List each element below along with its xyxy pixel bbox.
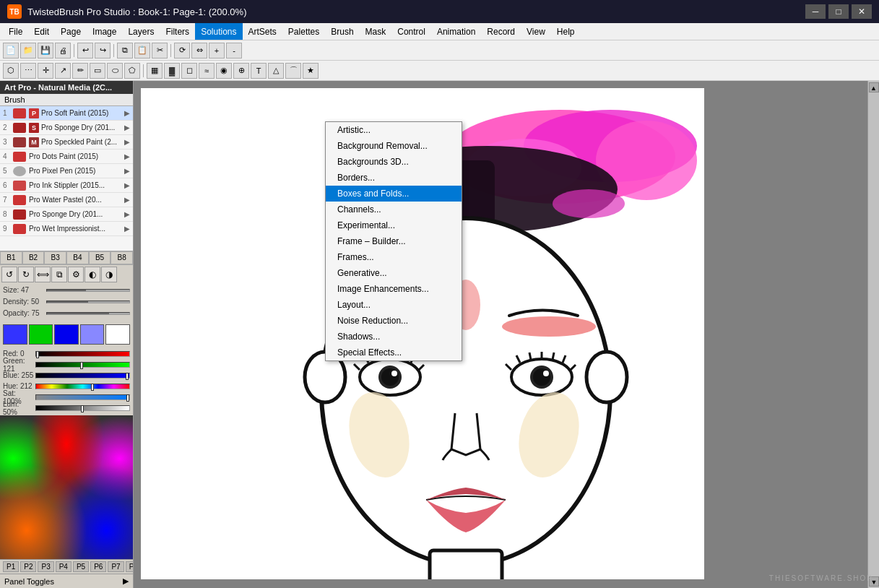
- b1-btn[interactable]: B1: [0, 251, 22, 264]
- maximize-button[interactable]: □: [828, 4, 849, 19]
- dropdown-borders[interactable]: Borders...: [326, 170, 462, 186]
- canvas-area[interactable]: ▲ ▼ Artistic... Background Removal... Ba…: [134, 81, 879, 588]
- menu-file[interactable]: File: [3, 23, 28, 40]
- dropdown-layout[interactable]: Layout...: [326, 297, 462, 313]
- page-tab-p8[interactable]: P8: [126, 561, 134, 572]
- brush-item-3[interactable]: 3 M Pro Speckled Paint (2... ▶: [0, 135, 133, 150]
- dropdown-noise-reduction[interactable]: Noise Reduction...: [326, 313, 462, 329]
- tb-flip[interactable]: ⇔: [191, 43, 207, 59]
- sat-slider[interactable]: [35, 394, 130, 400]
- b2-btn[interactable]: B2: [22, 251, 45, 264]
- menu-brush[interactable]: Brush: [325, 23, 359, 40]
- menu-image[interactable]: Image: [87, 23, 122, 40]
- tb2-blur[interactable]: ◉: [216, 63, 232, 79]
- tb-print[interactable]: 🖨: [55, 43, 71, 59]
- panel-toggles[interactable]: Panel Toggles ▶: [0, 574, 133, 588]
- dropdown-frames[interactable]: Frames...: [326, 249, 462, 265]
- tb2-path[interactable]: ⌒: [285, 63, 301, 79]
- tb2-gradient[interactable]: ▓: [164, 63, 180, 79]
- tb2-pen[interactable]: ✏: [72, 63, 88, 79]
- tb-zoom-in[interactable]: +: [209, 43, 225, 59]
- tb2-lasso[interactable]: ⋯: [20, 63, 36, 79]
- red-slider[interactable]: [35, 351, 130, 357]
- brush-item-8[interactable]: 8 Pro Sponge Dry (201... ▶: [0, 207, 133, 222]
- tb-new[interactable]: 📄: [3, 43, 19, 59]
- lum-slider[interactable]: [35, 405, 130, 411]
- menu-layers[interactable]: Layers: [122, 23, 160, 40]
- density-slider[interactable]: [46, 301, 130, 303]
- tb-undo[interactable]: ↩: [77, 43, 93, 59]
- tool-mix2[interactable]: ◑: [101, 267, 117, 282]
- dropdown-frame-builder[interactable]: Frame – Builder...: [326, 233, 462, 249]
- dropdown-boxes-and-folds[interactable]: Boxes and Folds...: [326, 186, 462, 202]
- dropdown-experimental[interactable]: Experimental...: [326, 217, 462, 233]
- tb2-move[interactable]: ✛: [38, 63, 53, 79]
- tb-save[interactable]: 💾: [38, 43, 53, 59]
- blue-slider[interactable]: [35, 373, 130, 379]
- brush-item-5[interactable]: 5 Pro Pixel Pen (2015) ▶: [0, 164, 133, 178]
- minimize-button[interactable]: ─: [805, 4, 826, 19]
- brush-item-2[interactable]: 2 S Pro Sponge Dry (201... ▶: [0, 121, 133, 135]
- menu-palettes[interactable]: Palettes: [282, 23, 325, 40]
- color-picker-area[interactable]: [0, 415, 133, 560]
- tb2-rect[interactable]: ▭: [90, 63, 105, 79]
- menu-control[interactable]: Control: [391, 23, 431, 40]
- page-tab-p4[interactable]: P4: [56, 561, 72, 572]
- brush-item-1[interactable]: 1 P Pro Soft Paint (2015) ▶: [0, 106, 133, 121]
- menu-mask[interactable]: Mask: [360, 23, 392, 40]
- page-tab-p3[interactable]: P3: [38, 561, 53, 572]
- tb2-poly[interactable]: ⬠: [124, 63, 140, 79]
- dropdown-background-removal[interactable]: Background Removal...: [326, 138, 462, 154]
- tb-redo[interactable]: ↪: [95, 43, 111, 59]
- menu-help[interactable]: Help: [551, 23, 581, 40]
- page-tab-p1[interactable]: P1: [3, 561, 19, 572]
- brush-item-6[interactable]: 6 Pro Ink Stippler (2015... ▶: [0, 178, 133, 193]
- tb2-shape[interactable]: △: [268, 63, 284, 79]
- brush-item-9[interactable]: 9 Pro Wet Impressionist... ▶: [0, 222, 133, 236]
- dropdown-shadows[interactable]: Shadows...: [326, 329, 462, 345]
- tb2-ellipse[interactable]: ⬭: [107, 63, 123, 79]
- tb2-magic[interactable]: ★: [303, 63, 319, 79]
- dropdown-generative[interactable]: Generative...: [326, 265, 462, 281]
- b5-btn[interactable]: B5: [89, 251, 111, 264]
- tb2-eraser[interactable]: ◻: [181, 63, 197, 79]
- page-tab-p7[interactable]: P7: [108, 561, 124, 572]
- tool-mix1[interactable]: ◐: [85, 267, 100, 282]
- b4-btn[interactable]: B4: [66, 251, 89, 264]
- green-slider[interactable]: [35, 362, 130, 368]
- size-slider[interactable]: [46, 289, 130, 292]
- tool-rotate-right[interactable]: ↻: [18, 267, 34, 282]
- tb-rotate[interactable]: ⟳: [174, 43, 190, 59]
- tb-open[interactable]: 📁: [20, 43, 36, 59]
- menu-view[interactable]: View: [521, 23, 551, 40]
- brush-item-4[interactable]: 4 Pro Dots Paint (2015) ▶: [0, 150, 133, 164]
- menu-solutions[interactable]: Solutions: [195, 23, 242, 40]
- page-tab-p5[interactable]: P5: [73, 561, 89, 572]
- swatch-blue2[interactable]: [54, 324, 79, 345]
- tb-cut[interactable]: ✂: [152, 43, 168, 59]
- swatch-blue[interactable]: [3, 324, 27, 345]
- menu-edit[interactable]: Edit: [28, 23, 55, 40]
- tool-layers[interactable]: ⧉: [51, 267, 67, 282]
- page-tab-p6[interactable]: P6: [90, 561, 106, 572]
- page-tab-p2[interactable]: P2: [20, 561, 36, 572]
- tb2-smudge[interactable]: ≈: [199, 63, 215, 79]
- swatch-white[interactable]: [105, 324, 130, 345]
- tb2-cursor[interactable]: ↗: [55, 63, 71, 79]
- swatch-green[interactable]: [29, 324, 53, 345]
- tool-flip-h[interactable]: ⟺: [35, 267, 51, 282]
- tb-paste[interactable]: 📋: [134, 43, 150, 59]
- dropdown-special-effects[interactable]: Special Effects...: [326, 345, 462, 360]
- b8-btn[interactable]: B8: [111, 251, 133, 264]
- tb-zoom-out[interactable]: -: [226, 43, 242, 59]
- tb2-text[interactable]: T: [251, 63, 267, 79]
- close-button[interactable]: ✕: [852, 4, 872, 19]
- hue-slider[interactable]: [35, 384, 130, 389]
- menu-page[interactable]: Page: [55, 23, 87, 40]
- brush-item-7[interactable]: 7 Pro Water Pastel (20... ▶: [0, 193, 133, 207]
- tool-rotate-left[interactable]: ↺: [1, 267, 17, 282]
- tb-copy[interactable]: ⧉: [117, 43, 133, 59]
- dropdown-artistic[interactable]: Artistic...: [326, 122, 462, 138]
- tool-settings[interactable]: ⚙: [68, 267, 84, 282]
- menu-record[interactable]: Record: [481, 23, 521, 40]
